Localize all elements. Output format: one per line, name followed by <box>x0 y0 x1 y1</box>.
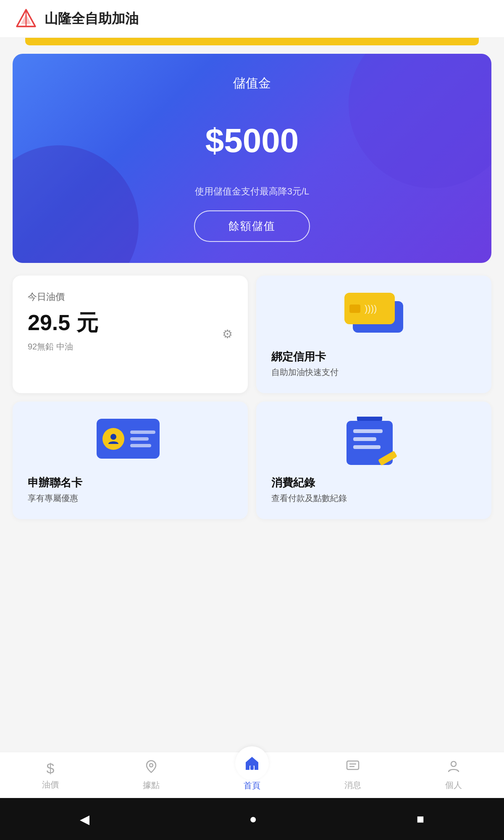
balance-label: 儲值金 <box>233 75 271 92</box>
balance-card: 儲值金 $5000 使用儲值金支付最高降3元/L 餘額儲值 <box>13 54 491 263</box>
id-lines <box>130 430 155 447</box>
home-nav-label: 首頁 <box>244 780 260 791</box>
android-back-button[interactable]: ◀ <box>80 812 89 827</box>
oil-price-nav-label: 油價 <box>42 779 59 790</box>
android-home-button[interactable]: ● <box>249 812 257 826</box>
profile-nav-label: 個人 <box>445 780 462 791</box>
id-card-body <box>97 419 160 459</box>
cc-front-layer: )))) <box>344 293 395 324</box>
svg-rect-8 <box>250 766 254 770</box>
app-header: 山隆全自助加油 <box>0 0 504 38</box>
id-card-icon <box>97 419 164 465</box>
android-nav-bar: ◀ ● ■ <box>0 798 504 840</box>
oil-price-value: 29.5 元 <box>28 308 233 338</box>
app-logo-icon <box>15 8 37 30</box>
yellow-accent-bar <box>25 38 479 45</box>
oil-price-label: 今日油價 <box>28 291 233 303</box>
home-bubble <box>235 746 269 780</box>
svg-point-12 <box>451 761 456 766</box>
balance-sub-text: 使用儲值金支付最高降3元/L <box>195 185 310 198</box>
record-sub: 查看付款及點數紀錄 <box>271 493 476 504</box>
nav-item-oil-price[interactable]: $ 油價 <box>0 760 101 790</box>
svg-point-6 <box>110 434 116 440</box>
locations-nav-icon <box>144 759 158 777</box>
credit-card-title: 綁定信用卡 <box>271 349 476 364</box>
member-card-title: 申辦聯名卡 <box>28 475 233 490</box>
app-title: 山隆全自助加油 <box>45 10 139 28</box>
cc-chip-icon <box>349 304 360 313</box>
svg-point-7 <box>150 764 153 767</box>
id-avatar-icon <box>102 428 124 450</box>
oil-price-card[interactable]: 今日油價 29.5 元 92無鉛 中油 ⚙ <box>13 276 248 393</box>
svg-rect-9 <box>347 761 359 769</box>
credit-card-icon: )))) <box>344 293 403 339</box>
messages-nav-label: 消息 <box>344 780 361 791</box>
locations-nav-label: 據點 <box>143 780 160 791</box>
android-recents-button[interactable]: ■ <box>417 812 424 826</box>
credit-card-sub: 自助加油快速支付 <box>271 367 476 378</box>
nav-item-profile[interactable]: 個人 <box>403 759 504 791</box>
messages-nav-icon <box>346 759 360 777</box>
settings-icon[interactable]: ⚙ <box>222 327 233 341</box>
record-icon-area <box>271 417 476 467</box>
record-card-feature[interactable]: 消費紀錄 查看付款及點數紀錄 <box>256 402 491 519</box>
profile-nav-icon <box>446 759 461 777</box>
cc-contactless-icon: )))) <box>365 303 377 314</box>
record-title: 消費紀錄 <box>271 475 476 490</box>
nav-item-locations[interactable]: 據點 <box>101 759 202 791</box>
bottom-nav: $ 油價 據點 首頁 消息 <box>0 752 504 798</box>
credit-card-icon-area: )))) <box>271 291 476 341</box>
oil-price-sub: 92無鉛 中油 <box>28 341 233 352</box>
credit-card-feature[interactable]: )))) 綁定信用卡 自助加油快速支付 <box>256 276 491 393</box>
top-up-button[interactable]: 餘額儲值 <box>194 210 310 242</box>
pencil-icon <box>378 451 397 466</box>
nav-item-home[interactable]: 首頁 <box>202 759 302 791</box>
feature-row-2: 申辦聯名卡 享有專屬優惠 消費紀錄 查看付款及點數紀錄 <box>13 402 491 519</box>
oil-price-nav-icon: $ <box>47 760 55 777</box>
member-card-feature[interactable]: 申辦聯名卡 享有專屬優惠 <box>13 402 248 519</box>
balance-amount: $5000 <box>205 121 299 160</box>
main-content: 儲值金 $5000 使用儲值金支付最高降3元/L 餘額儲值 今日油價 29.5 … <box>0 54 504 519</box>
member-card-icon-area <box>28 417 233 467</box>
clipboard-icon <box>346 417 401 467</box>
clipboard-body <box>346 421 393 465</box>
feature-row-1: 今日油價 29.5 元 92無鉛 中油 ⚙ )))) 綁定信用卡 自助加油快速支… <box>13 276 491 393</box>
member-card-sub: 享有專屬優惠 <box>28 493 233 504</box>
nav-item-messages[interactable]: 消息 <box>302 759 403 791</box>
